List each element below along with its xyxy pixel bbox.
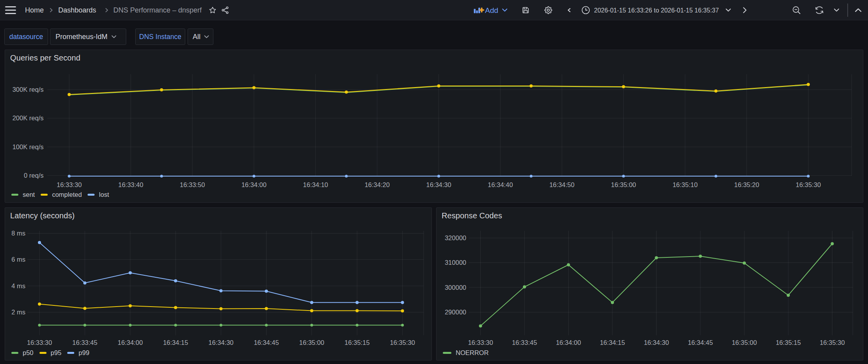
svg-text:16:33:30: 16:33:30 — [27, 339, 52, 346]
svg-text:16:35:00: 16:35:00 — [732, 339, 757, 346]
svg-text:16:34:00: 16:34:00 — [556, 339, 581, 346]
svg-text:16:35:15: 16:35:15 — [776, 339, 801, 346]
svg-text:16:33:45: 16:33:45 — [512, 339, 537, 346]
svg-text:16:35:30: 16:35:30 — [820, 339, 845, 346]
svg-text:290000: 290000 — [445, 309, 466, 316]
svg-text:16:33:30: 16:33:30 — [468, 339, 493, 346]
svg-text:300K req/s: 300K req/s — [13, 86, 44, 93]
svg-text:310000: 310000 — [445, 259, 466, 266]
svg-text:16:34:45: 16:34:45 — [254, 339, 279, 346]
svg-text:16:34:50: 16:34:50 — [549, 181, 574, 188]
svg-text:16:34:45: 16:34:45 — [688, 339, 713, 346]
svg-text:2 ms: 2 ms — [11, 309, 25, 316]
svg-text:200K req/s: 200K req/s — [13, 114, 44, 121]
svg-text:16:33:45: 16:33:45 — [72, 339, 97, 346]
svg-text:16:34:40: 16:34:40 — [488, 181, 513, 188]
svg-text:300000: 300000 — [445, 284, 466, 291]
svg-text:16:35:10: 16:35:10 — [673, 181, 698, 188]
svg-text:8 ms: 8 ms — [11, 230, 25, 237]
svg-text:16:35:15: 16:35:15 — [345, 339, 370, 346]
svg-text:16:33:30: 16:33:30 — [57, 181, 82, 188]
svg-text:16:35:30: 16:35:30 — [390, 339, 415, 346]
svg-text:16:34:00: 16:34:00 — [242, 181, 267, 188]
svg-text:4 ms: 4 ms — [11, 282, 25, 289]
svg-text:16:34:00: 16:34:00 — [118, 339, 143, 346]
svg-text:16:35:00: 16:35:00 — [611, 181, 636, 188]
svg-text:16:34:20: 16:34:20 — [365, 181, 390, 188]
svg-text:16:34:30: 16:34:30 — [208, 339, 233, 346]
svg-text:16:33:40: 16:33:40 — [118, 181, 143, 188]
svg-text:16:34:30: 16:34:30 — [426, 181, 451, 188]
svg-text:0 req/s: 0 req/s — [24, 172, 43, 179]
svg-text:320000: 320000 — [445, 234, 466, 241]
svg-text:16:34:15: 16:34:15 — [600, 339, 625, 346]
svg-text:16:35:00: 16:35:00 — [299, 339, 324, 346]
svg-text:16:34:15: 16:34:15 — [163, 339, 188, 346]
svg-text:6 ms: 6 ms — [11, 256, 25, 263]
svg-text:16:33:50: 16:33:50 — [180, 181, 205, 188]
svg-text:16:35:20: 16:35:20 — [734, 181, 759, 188]
svg-text:16:34:10: 16:34:10 — [303, 181, 328, 188]
svg-text:16:34:30: 16:34:30 — [644, 339, 669, 346]
svg-text:100K req/s: 100K req/s — [13, 143, 44, 150]
svg-text:16:35:30: 16:35:30 — [796, 181, 821, 188]
